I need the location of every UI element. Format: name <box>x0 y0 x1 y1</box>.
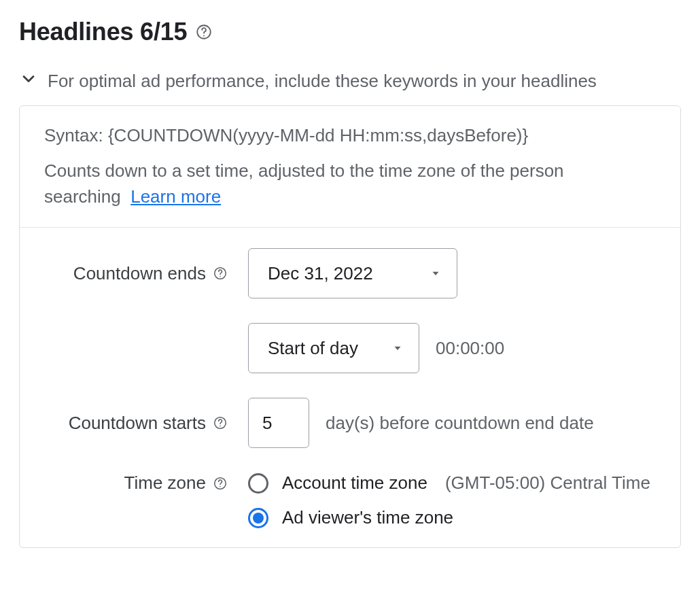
countdown-end-time-mode-select[interactable]: Start of day <box>248 323 419 373</box>
countdown-end-date-value: Dec 31, 2022 <box>268 263 373 284</box>
help-icon[interactable] <box>213 266 228 281</box>
time-zone-viewer-label: Ad viewer's time zone <box>282 507 453 528</box>
headlines-title-text: Headlines <box>19 18 133 46</box>
countdown-ends-label: Countdown ends <box>73 263 206 284</box>
svg-point-9 <box>220 486 221 487</box>
countdown-syntax: Syntax: {COUNTDOWN(yyyy-MM-dd HH:mm:ss,d… <box>44 125 656 146</box>
help-icon[interactable] <box>213 415 228 430</box>
dropdown-icon <box>430 263 442 284</box>
keyword-hint-row[interactable]: For optimal ad performance, include thes… <box>19 69 681 93</box>
headlines-title: Headlines 6/15 <box>19 18 187 46</box>
time-zone-account-label: Account time zone <box>282 473 427 494</box>
svg-point-7 <box>220 426 221 427</box>
chevron-down-icon <box>19 69 38 93</box>
countdown-end-time-mode-value: Start of day <box>268 338 358 359</box>
countdown-starts-label: Countdown starts <box>69 413 206 434</box>
countdown-description: Counts down to a set time, adjusted to t… <box>44 158 656 209</box>
radio-unselected-icon <box>248 473 268 494</box>
help-icon[interactable] <box>213 476 228 491</box>
page-heading: Headlines 6/15 <box>19 18 681 46</box>
time-zone-account-note: (GMT-05:00) Central Time <box>445 473 650 494</box>
help-icon[interactable] <box>195 23 213 41</box>
countdown-end-time-value: 00:00:00 <box>436 338 504 359</box>
countdown-card-header: Syntax: {COUNTDOWN(yyyy-MM-dd HH:mm:ss,d… <box>20 106 680 228</box>
svg-point-1 <box>203 35 205 36</box>
svg-marker-5 <box>395 347 401 350</box>
countdown-starts-days-input[interactable] <box>248 398 309 448</box>
dropdown-icon <box>391 338 404 359</box>
radio-selected-icon <box>248 508 268 528</box>
countdown-starts-suffix: day(s) before countdown end date <box>326 413 594 434</box>
keyword-hint-text: For optimal ad performance, include thes… <box>48 71 597 92</box>
headlines-count: 6/15 <box>140 18 187 46</box>
time-zone-radio-account[interactable]: Account time zone (GMT-05:00) Central Ti… <box>248 473 650 494</box>
learn-more-link[interactable]: Learn more <box>130 186 221 207</box>
time-zone-label: Time zone <box>124 473 206 494</box>
countdown-card: Syntax: {COUNTDOWN(yyyy-MM-dd HH:mm:ss,d… <box>19 105 681 548</box>
time-zone-radio-viewer[interactable]: Ad viewer's time zone <box>248 507 453 528</box>
svg-marker-4 <box>433 272 439 275</box>
svg-point-3 <box>220 276 221 277</box>
countdown-end-date-select[interactable]: Dec 31, 2022 <box>248 248 457 298</box>
